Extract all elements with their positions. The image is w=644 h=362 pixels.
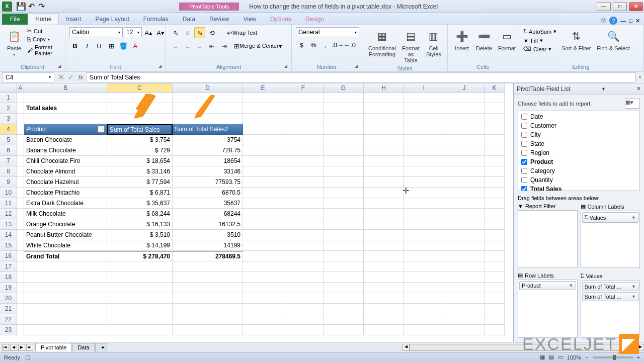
decrease-indent-icon[interactable]: ⇤ — [206, 40, 217, 51]
cell[interactable] — [324, 251, 364, 261]
font-dialog-launcher[interactable]: ◢ — [158, 64, 165, 70]
row-5[interactable]: 5 — [0, 135, 17, 145]
pivot-value[interactable]: $ 3,510 — [107, 230, 173, 240]
cell[interactable] — [324, 219, 364, 230]
cell[interactable] — [485, 135, 505, 145]
font-color-button[interactable]: A — [130, 40, 141, 51]
cell[interactable] — [444, 156, 485, 166]
cell[interactable] — [324, 145, 364, 156]
tab-design[interactable]: Design — [298, 14, 331, 25]
cell[interactable] — [243, 230, 283, 240]
cell[interactable] — [243, 325, 283, 335]
field-list-layout-button[interactable]: ▦▾ — [625, 99, 640, 109]
tab-page-layout[interactable]: Page Layout — [88, 14, 136, 25]
cell[interactable] — [173, 325, 243, 335]
cell[interactable] — [364, 177, 404, 188]
cell[interactable] — [283, 103, 324, 114]
row-4[interactable]: 4 — [0, 124, 17, 135]
cell[interactable] — [17, 251, 24, 261]
cell[interactable] — [324, 304, 364, 314]
cell[interactable] — [283, 198, 324, 209]
cell[interactable] — [444, 103, 485, 114]
cell[interactable] — [17, 261, 24, 272]
cell[interactable] — [404, 124, 444, 135]
col-G[interactable]: G — [324, 83, 364, 92]
cell[interactable] — [283, 114, 324, 124]
cell[interactable] — [404, 209, 444, 219]
bold-button[interactable]: B — [69, 40, 80, 51]
cell[interactable] — [364, 251, 404, 261]
cell[interactable] — [243, 135, 283, 145]
cell[interactable] — [17, 293, 24, 304]
cell[interactable] — [283, 124, 324, 135]
align-top-icon[interactable]: ⬁ — [170, 27, 181, 38]
col-J[interactable]: J — [444, 83, 485, 92]
row-8[interactable]: 8 — [0, 166, 17, 177]
cell[interactable] — [444, 114, 485, 124]
cell[interactable] — [404, 114, 444, 124]
cell[interactable] — [485, 325, 505, 335]
normal-view-icon[interactable]: ▦ — [540, 354, 545, 360]
italic-button[interactable]: I — [82, 40, 93, 51]
cell[interactable] — [17, 209, 24, 219]
name-box[interactable]: C4▾ — [2, 72, 54, 82]
cell[interactable] — [324, 188, 364, 198]
grand-total-value[interactable]: 278469.5 — [173, 251, 243, 261]
cell[interactable] — [283, 177, 324, 188]
cell[interactable] — [24, 304, 107, 314]
field-list-title-bar[interactable]: PivotTable Field List ▼ ✕ — [514, 83, 644, 95]
cell[interactable] — [404, 177, 444, 188]
cell[interactable] — [243, 261, 283, 272]
cell[interactable] — [17, 124, 24, 135]
cell[interactable] — [404, 188, 444, 198]
cell[interactable] — [404, 103, 444, 114]
close-button[interactable]: ✕ — [629, 2, 643, 11]
cell[interactable] — [17, 325, 24, 335]
pivot-row-label[interactable]: Chilli Chocolate Fire — [24, 156, 107, 166]
cell[interactable] — [24, 314, 107, 325]
pivot-value[interactable]: 16132.5 — [173, 219, 243, 230]
insert-cells-button[interactable]: ➕Insert — [452, 27, 472, 52]
redo-icon[interactable]: ↷ — [37, 3, 45, 11]
border-button[interactable]: ⊞ — [106, 40, 117, 51]
column-labels-area[interactable]: Σ Values▼ — [581, 211, 640, 268]
cell[interactable] — [485, 188, 505, 198]
increase-decimal-icon[interactable]: .0→ — [332, 39, 343, 50]
font-size-select[interactable]: 12▾ — [124, 27, 142, 37]
cell[interactable] — [283, 219, 324, 230]
sheet-tab-pivot[interactable]: Pivot table — [35, 343, 72, 351]
cell[interactable] — [243, 156, 283, 166]
increase-indent-icon[interactable]: ⇥ — [218, 40, 229, 51]
workbook-restore-icon[interactable]: □ — [629, 18, 632, 24]
page-break-view-icon[interactable]: ▭ — [558, 354, 563, 360]
cell[interactable] — [243, 114, 283, 124]
cell[interactable] — [444, 188, 485, 198]
cell[interactable] — [444, 314, 485, 325]
zoom-out-icon[interactable]: − — [585, 354, 588, 360]
cell[interactable] — [444, 219, 485, 230]
cell[interactable] — [404, 325, 444, 335]
cell[interactable] — [173, 272, 243, 283]
cell[interactable] — [485, 314, 505, 325]
delete-cells-button[interactable]: ➖Delete — [474, 27, 494, 52]
tab-nav-next-icon[interactable]: ▶ — [18, 344, 25, 351]
cell[interactable] — [24, 272, 107, 283]
row-23[interactable]: 23 — [0, 325, 17, 335]
cell[interactable] — [283, 135, 324, 145]
cell[interactable] — [283, 230, 324, 240]
cell[interactable] — [404, 261, 444, 272]
cell[interactable] — [324, 209, 364, 219]
cell[interactable] — [485, 251, 505, 261]
sum-total-pill-1[interactable]: Sum of Total ...▼ — [582, 282, 639, 291]
cell[interactable] — [173, 261, 243, 272]
cell-styles-button[interactable]: ▥Cell Styles — [424, 27, 444, 58]
maximize-button[interactable]: □ — [613, 2, 627, 11]
cell[interactable] — [364, 103, 404, 114]
cell[interactable] — [485, 124, 505, 135]
field-list-close-icon[interactable]: ✕ — [636, 85, 641, 92]
conditional-formatting-button[interactable]: ▦Conditional Formatting — [366, 27, 398, 58]
cell[interactable] — [324, 325, 364, 335]
field-checkbox[interactable] — [521, 159, 527, 165]
cell[interactable] — [17, 135, 24, 145]
cell[interactable] — [364, 135, 404, 145]
